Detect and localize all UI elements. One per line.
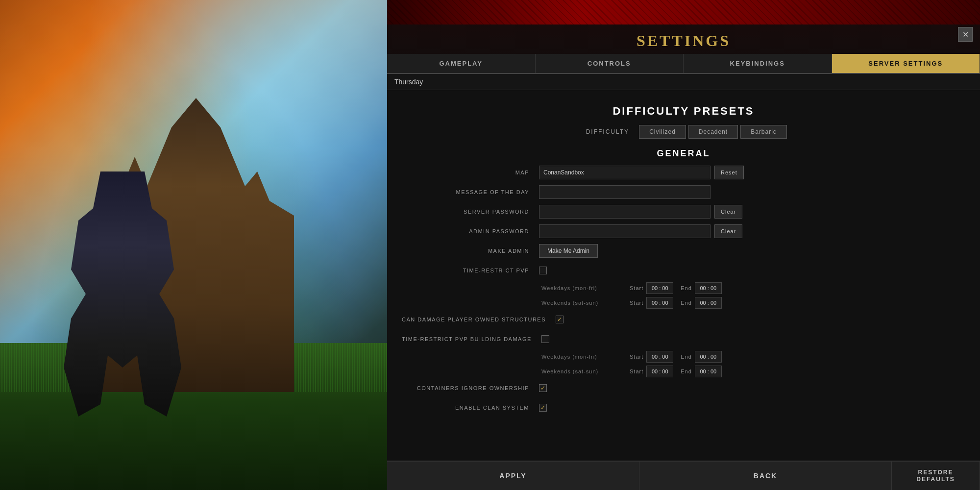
time-restrict-pvp-row: TIME-RESTRICT PVP [402,263,965,278]
game-viewport [0,0,387,490]
pvp-weekends-end-input[interactable] [695,297,722,309]
tab-bar: GAMEPLAY CONTROLS KEYBINDINGS SERVER SET… [387,54,980,74]
pvp-building-weekdays-start-group: Start [630,351,673,363]
pvp-weekdays-end-input[interactable] [695,282,722,294]
tab-controls[interactable]: CONTROLS [536,54,684,73]
admin-password-control: Clear [539,224,965,238]
pvp-building-weekdays-row: Weekdays (mon-fri) Start End [402,351,965,363]
enable-clan-system-checkbox[interactable] [539,404,547,412]
pvp-weekends-start-label: Start [630,300,643,306]
time-restrict-pvp-control [539,267,965,274]
time-restrict-pvp-building-control [541,335,965,343]
server-password-clear-button[interactable]: Clear [714,205,742,219]
server-password-input[interactable] [539,205,710,219]
containers-ignore-ownership-control [539,384,965,392]
map-row: MAP Reset [402,165,965,180]
settings-title: SETTINGS [387,24,980,54]
difficulty-buttons: Civilized Decadent Barbaric [639,125,787,139]
pvp-weekdays-row: Weekdays (mon-fri) Start End [402,282,965,294]
pvp-weekdays-label: Weekdays (mon-fri) [541,285,630,291]
bottom-bar: APPLY BACK RESTOREDEFAULTS [387,461,980,490]
make-admin-row: MAKE ADMIN Make Me Admin [402,243,965,259]
time-restrict-pvp-building-checkbox[interactable] [541,335,549,343]
tab-gameplay[interactable]: GAMEPLAY [387,54,536,73]
back-button[interactable]: BACK [639,462,892,490]
difficulty-presets-header: DIFFICULTY PRESETS [402,105,965,118]
admin-password-clear-button[interactable]: Clear [714,224,742,238]
pvp-weekdays-end-label: End [681,285,692,291]
pvp-weekends-end-label: End [681,300,692,306]
difficulty-row: DIFFICULTY Civilized Decadent Barbaric [402,125,965,139]
pvp-building-weekends-end-group: End [681,366,722,377]
difficulty-barbaric[interactable]: Barbaric [740,125,787,139]
server-password-row: SERVER PASSWORD Clear [402,204,965,220]
pvp-weekends-start-group: Start [630,297,673,309]
can-damage-structures-control [556,316,965,323]
admin-password-label: ADMIN PASSWORD [402,228,539,234]
can-damage-structures-checkbox[interactable] [556,316,564,323]
pvp-weekends-end-group: End [681,297,722,309]
pvp-building-weekdays-label: Weekdays (mon-fri) [541,354,630,360]
admin-password-input[interactable] [539,224,710,238]
can-damage-structures-row: CAN DAMAGE PLAYER OWNED STRUCTURES [402,312,965,327]
tab-server-settings[interactable]: SERVER SETTINGS [832,54,980,73]
time-restrict-pvp-checkbox[interactable] [539,267,547,274]
can-damage-structures-label: CAN DAMAGE PLAYER OWNED STRUCTURES [402,317,556,322]
server-password-control: Clear [539,205,965,219]
pvp-weekdays-start-label: Start [630,285,643,291]
pvp-building-weekends-end-input[interactable] [695,366,722,377]
tab-keybindings[interactable]: KEYBINDINGS [684,54,832,73]
pvp-building-weekends-start-input[interactable] [646,366,673,377]
day-label: Thursday [387,74,980,90]
motd-row: MESSAGE OF THE DAY [402,184,965,200]
pvp-building-weekdays-start-input[interactable] [646,351,673,363]
time-restrict-pvp-building-row: TIME-RESTRICT PVP BUILDING DAMAGE [402,331,965,347]
pvp-building-weekends-start-group: Start [630,366,673,377]
pvp-building-weekdays-end-group: End [681,351,722,363]
difficulty-label: DIFFICULTY [580,128,639,135]
top-banner [387,0,980,24]
make-admin-label: MAKE ADMIN [402,248,539,254]
time-restrict-pvp-building-label: TIME-RESTRICT PVP BUILDING DAMAGE [402,336,541,342]
enable-clan-system-row: ENABLE CLAN SYSTEM [402,400,965,416]
map-control: Reset [539,166,965,179]
pvp-weekdays-end-group: End [681,282,722,294]
pvp-building-weekends-start-label: Start [630,368,643,374]
admin-password-row: ADMIN PASSWORD Clear [402,223,965,239]
pvp-weekdays-start-input[interactable] [646,282,673,294]
motd-label: MESSAGE OF THE DAY [402,189,539,195]
settings-panel: SETTINGS ✕ GAMEPLAY CONTROLS KEYBINDINGS… [387,0,980,490]
map-reset-button[interactable]: Reset [714,166,744,179]
close-button[interactable]: ✕ [958,27,973,42]
difficulty-decadent[interactable]: Decadent [688,125,738,139]
time-restrict-pvp-label: TIME-RESTRICT PVP [402,268,539,273]
map-input[interactable] [539,166,710,179]
apply-button[interactable]: APPLY [387,462,639,490]
difficulty-civilized[interactable]: Civilized [639,125,686,139]
restore-defaults-button[interactable]: RESTOREDEFAULTS [892,462,980,490]
enable-clan-system-label: ENABLE CLAN SYSTEM [402,405,539,411]
pvp-weekends-row: Weekends (sat-sun) Start End [402,297,965,309]
pvp-weekdays-start-group: Start [630,282,673,294]
pvp-building-weekends-label: Weekends (sat-sun) [541,368,630,374]
enable-clan-system-control [539,404,965,412]
pvp-building-weekends-end-label: End [681,368,692,374]
pvp-weekends-start-input[interactable] [646,297,673,309]
containers-ignore-ownership-row: CONTAINERS IGNORE OWNERSHIP [402,380,965,396]
pvp-weekends-label: Weekends (sat-sun) [541,300,630,306]
pvp-building-weekdays-start-label: Start [630,354,643,360]
map-label: MAP [402,170,539,175]
pvp-building-weekdays-end-label: End [681,354,692,360]
motd-input[interactable] [539,185,710,199]
containers-ignore-ownership-checkbox[interactable] [539,384,547,392]
server-password-label: SERVER PASSWORD [402,209,539,215]
pvp-building-weekends-row: Weekends (sat-sun) Start End [402,366,965,377]
make-admin-button[interactable]: Make Me Admin [539,244,598,258]
settings-content[interactable]: DIFFICULTY PRESETS DIFFICULTY Civilized … [387,90,980,461]
general-header: GENERAL [402,148,965,159]
motd-control [539,185,965,199]
make-admin-control: Make Me Admin [539,244,965,258]
containers-ignore-ownership-label: CONTAINERS IGNORE OWNERSHIP [402,385,539,391]
pvp-building-weekdays-end-input[interactable] [695,351,722,363]
